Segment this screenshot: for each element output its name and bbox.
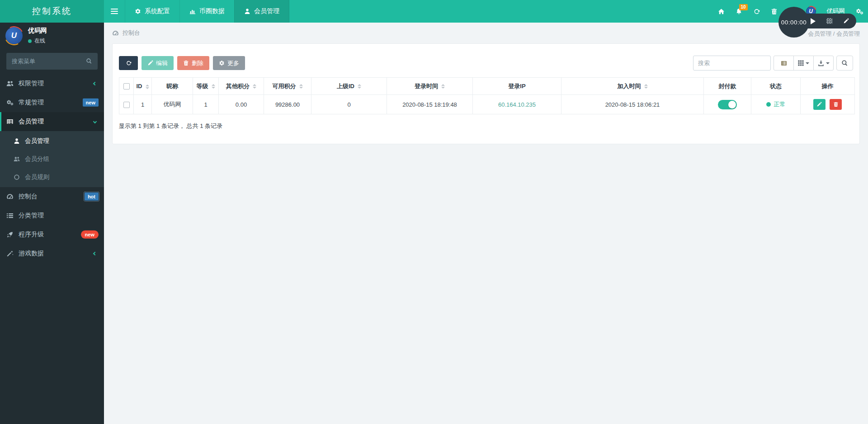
col-parent-id[interactable]: 上级ID — [311, 78, 387, 95]
sidebar-item-category[interactable]: 分类管理 — [0, 206, 104, 225]
table-search-input[interactable] — [693, 56, 771, 71]
hot-badge: hot — [85, 193, 99, 201]
tab-coin-data[interactable]: 币圈数据 — [179, 0, 234, 23]
sidebar-item-member[interactable]: 会员管理 — [0, 112, 104, 131]
sidebar-subitem-member-manage[interactable]: 会员管理 — [0, 132, 104, 150]
table-tools — [693, 56, 853, 71]
edit-button[interactable]: 编辑 — [142, 56, 174, 70]
refresh-button[interactable] — [753, 8, 760, 15]
search-submit-button[interactable] — [836, 56, 853, 71]
notifications-button[interactable]: 10 — [736, 8, 742, 15]
tab-label: 会员管理 — [254, 7, 279, 15]
sidebar-item-label: 会员管理 — [19, 118, 44, 126]
col-id[interactable]: ID — [134, 78, 152, 95]
common-search-button[interactable] — [774, 56, 794, 71]
delete-button[interactable]: 删除 — [177, 56, 209, 70]
cogs-icon — [6, 99, 14, 106]
trash-icon — [183, 60, 189, 66]
select-all-checkbox[interactable] — [123, 83, 130, 90]
tab-system-config[interactable]: 系统配置 — [125, 0, 179, 23]
caret-down-icon — [806, 62, 809, 64]
sidebar-user-status: 在线 — [28, 37, 47, 45]
row-checkbox[interactable] — [123, 102, 130, 108]
sidebar-item-general[interactable]: 常规管理 new — [0, 93, 104, 112]
bar-chart-icon — [189, 8, 196, 14]
breadcrumb: 控制台 — [104, 23, 868, 43]
tab-label: 系统配置 — [145, 7, 170, 15]
sidebar-item-label: 会员规则 — [25, 173, 49, 181]
col-status[interactable]: 状态 — [751, 78, 801, 95]
notification-badge: 10 — [739, 4, 748, 10]
users-icon — [6, 80, 14, 87]
login-ip-link[interactable]: 60.164.10.235 — [498, 101, 536, 108]
dashboard-icon — [112, 30, 119, 37]
pencil-button[interactable] — [843, 18, 849, 24]
cell-other-points: 0.00 — [219, 95, 264, 114]
search-icon — [841, 60, 848, 66]
col-nickname[interactable]: 昵称 — [152, 78, 193, 95]
sort-icon — [299, 84, 303, 89]
recorder-timer[interactable]: 00:00:00 — [778, 7, 809, 38]
timer-value: 00:00:00 — [781, 19, 807, 26]
chevron-left-icon — [93, 252, 97, 255]
online-dot — [28, 39, 32, 43]
table-header-row: ID 昵称 等级 其他积分 可用积分 上级ID 登录时间 登录IP 加入时间 封… — [119, 78, 855, 95]
select-all-header[interactable] — [119, 78, 134, 95]
breadcrumb-label: 控制台 — [123, 29, 140, 37]
gear-icon — [135, 8, 141, 14]
caret-down-icon — [826, 62, 830, 64]
col-payment-lock[interactable]: 封付款 — [704, 78, 751, 95]
top-navbar: 控制系统 系统配置 币圈数据 会员管理 10 U 优码网 — [0, 0, 868, 23]
col-available-points[interactable]: 可用积分 — [264, 78, 311, 95]
menu-search-input[interactable] — [6, 53, 98, 70]
sidebar-item-label: 权限管理 — [19, 80, 44, 88]
sort-icon — [212, 84, 215, 89]
payment-lock-toggle[interactable] — [718, 100, 737, 109]
settings-button[interactable] — [856, 8, 863, 15]
stop-button[interactable] — [826, 18, 832, 24]
search-icon[interactable] — [86, 58, 92, 64]
sort-icon — [253, 84, 256, 89]
play-button[interactable] — [811, 18, 816, 24]
chevron-left-icon — [93, 82, 97, 85]
col-login-time[interactable]: 登录时间 — [387, 78, 473, 95]
sidebar-subitem-member-group[interactable]: 会员分组 — [0, 150, 104, 168]
export-button[interactable] — [813, 56, 834, 71]
sidebar-item-game-data[interactable]: 游戏数据 — [0, 244, 104, 263]
row-delete-button[interactable] — [830, 99, 842, 110]
dashboard-icon — [6, 193, 14, 200]
home-icon — [718, 8, 725, 15]
sidebar-toggle-button[interactable] — [104, 0, 125, 23]
row-edit-button[interactable] — [813, 99, 826, 110]
hamburger-icon — [111, 9, 118, 9]
col-level[interactable]: 等级 — [193, 78, 219, 95]
cell-level: 1 — [193, 95, 219, 114]
grid-icon — [798, 60, 804, 66]
sidebar-subitem-member-rule[interactable]: 会员规则 — [0, 168, 104, 186]
sidebar-item-permission[interactable]: 权限管理 — [0, 74, 104, 93]
sort-icon — [644, 84, 648, 89]
sidebar-item-dashboard[interactable]: 控制台 hot — [0, 187, 104, 206]
sidebar-item-label: 分类管理 — [19, 212, 44, 220]
sort-icon — [358, 84, 361, 89]
view-button-group — [774, 56, 834, 71]
sort-icon — [146, 85, 149, 89]
more-button[interactable]: 更多 — [213, 56, 245, 70]
refresh-button[interactable] — [119, 56, 138, 70]
trash-icon — [771, 8, 778, 15]
col-join-time[interactable]: 加入时间 — [561, 78, 704, 95]
rocket-icon — [6, 231, 14, 238]
columns-button[interactable] — [793, 56, 814, 71]
export-icon — [818, 60, 824, 66]
col-login-ip[interactable]: 登录IP — [473, 78, 561, 95]
list-icon — [6, 212, 14, 219]
clear-cache-button[interactable] — [771, 8, 778, 15]
col-actions[interactable]: 操作 — [801, 78, 855, 95]
table-row[interactable]: 1 优码网 1 0.00 99286.00 0 2020-08-15 18:19… — [119, 95, 855, 114]
home-button[interactable] — [718, 8, 725, 15]
col-other-points[interactable]: 其他积分 — [219, 78, 264, 95]
sidebar-submenu: 会员管理 会员分组 会员规则 — [0, 131, 104, 187]
sidebar-avatar: U — [5, 27, 23, 44]
tab-member-management[interactable]: 会员管理 — [234, 0, 289, 23]
sidebar-item-upgrade[interactable]: 程序升级 new — [0, 225, 104, 244]
